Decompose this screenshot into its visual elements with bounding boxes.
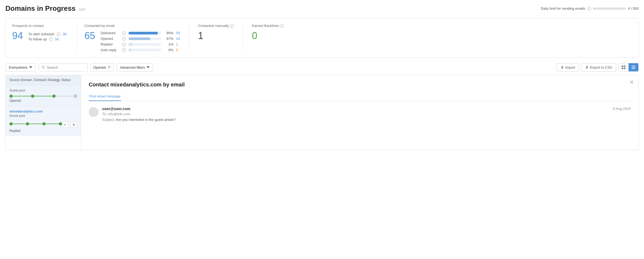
- to-start-outreach-info-icon[interactable]: i: [57, 32, 60, 36]
- dot-4: [59, 122, 62, 125]
- opened-filter-tag: Opened ✕: [90, 63, 114, 71]
- dot-3: [42, 122, 46, 125]
- prospects-total-block: 94: [12, 31, 23, 41]
- page-title-area: Domains in Progress 104: [5, 4, 85, 13]
- opened-bar-fill: [129, 37, 150, 40]
- list-view-icon: [631, 65, 636, 69]
- svg-point-0: [42, 66, 44, 68]
- autoreply-pct: 0%: [164, 48, 173, 52]
- email-preview: user@user.com 8 Aug 2019 To: info@info.c…: [89, 107, 631, 122]
- email-from: user@user.com: [102, 107, 131, 111]
- right-panel: ✕ Contact mixedanalytics.com by email Fi…: [81, 75, 638, 150]
- autoreply-info-icon[interactable]: i: [122, 48, 126, 52]
- opened-status-label: Opened: [9, 99, 77, 103]
- to-start-outreach-label: To start outreach: [28, 32, 54, 36]
- view-toggle: [618, 63, 639, 72]
- import-icon: ⬇: [561, 65, 564, 69]
- location-dropdown[interactable]: Everywhere: [5, 63, 36, 72]
- list-item[interactable]: Guest post Opened: [6, 85, 81, 106]
- advanced-filters-label: Advanced filters: [120, 65, 145, 69]
- search-icon: [42, 65, 45, 69]
- svg-rect-6: [632, 66, 635, 66]
- delivered-bar-track: [129, 32, 161, 34]
- to-follow-up-label: To follow up: [28, 37, 47, 41]
- stats-backlinks-label: Earned Backlinks i: [252, 24, 290, 28]
- svg-rect-5: [624, 68, 625, 69]
- opened-info-icon[interactable]: i: [122, 37, 126, 41]
- replied-pct: 1%: [164, 42, 173, 46]
- search-input[interactable]: [47, 65, 85, 69]
- svg-rect-3: [624, 65, 625, 67]
- email-header-row: user@user.com 8 Aug 2019: [102, 107, 631, 111]
- tab-first-email[interactable]: First email message: [89, 92, 121, 101]
- filter-tag-label: Opened: [93, 65, 106, 69]
- delivered-count[interactable]: 59: [176, 31, 180, 35]
- delivered-pct: 90%: [164, 31, 173, 35]
- advanced-filters-chevron-icon: [146, 66, 150, 69]
- earned-backlinks-total: 0: [252, 30, 257, 41]
- main-content: Source Domain, Outreach Strategy, Status…: [5, 75, 639, 150]
- list-item-x-button[interactable]: ✕: [71, 121, 77, 128]
- to-follow-up-info-icon[interactable]: i: [49, 37, 53, 41]
- svg-rect-4: [622, 68, 623, 69]
- email-date: 8 Aug 2019: [613, 107, 631, 111]
- email-subject-label: Subject:: [102, 118, 115, 122]
- email-rows: Delivered i 90% 59 Opened i: [101, 31, 181, 52]
- delivered-info-icon[interactable]: i: [122, 31, 126, 35]
- dot-1: [9, 122, 13, 125]
- stats-card: Prospects to contact 94 To start outreac…: [5, 18, 639, 58]
- progress-dots-opened: [9, 94, 77, 98]
- grid-view-button[interactable]: [619, 63, 628, 71]
- page-title-count: 104: [79, 7, 85, 12]
- toolbar: Everywhere Opened ✕ Advanced filters ⬇ I…: [5, 63, 639, 75]
- daily-limit-value: 4 / 500: [628, 6, 639, 10]
- stats-contacted-email: Contacted by email 65 Delivered i 90% 59: [77, 24, 189, 52]
- autoreply-count[interactable]: 0: [176, 48, 178, 52]
- daily-limit-progress-bar: [593, 8, 626, 10]
- email-row-autoreply: Auto reply i 0% 0: [101, 48, 181, 52]
- list-item-check-button[interactable]: ✓: [62, 121, 68, 128]
- stats-contacted-email-label: Contacted by email: [84, 24, 181, 28]
- import-button[interactable]: ⬇ Import: [557, 63, 579, 72]
- email-row-opened: Opened i 67% 44: [101, 37, 181, 41]
- opened-count[interactable]: 44: [176, 37, 180, 41]
- replied-bar-fill: [129, 43, 132, 46]
- svg-rect-8: [632, 68, 635, 69]
- email-to-address: info@info.com: [108, 112, 130, 116]
- email-body: user@user.com 8 Aug 2019 To: info@info.c…: [102, 107, 631, 122]
- replied-bar-track: [129, 43, 161, 46]
- export-button[interactable]: ⬆ Export to CSV: [581, 63, 616, 72]
- svg-line-1: [44, 68, 45, 69]
- list-item-domain: mixedanalytics.com: [9, 109, 77, 113]
- opened-label: Opened: [101, 37, 119, 41]
- progress-dots-replied: ✓ ✕: [9, 120, 77, 128]
- svg-rect-2: [622, 65, 623, 67]
- page-title: Domains in Progress: [5, 4, 76, 12]
- daily-limit-info-icon[interactable]: i: [587, 7, 591, 10]
- filter-tag-close-icon[interactable]: ✕: [107, 65, 111, 69]
- daily-limit-label: Daily limit for sending emails: [541, 6, 585, 10]
- contacted-email-total-block: 65: [84, 31, 95, 41]
- contacted-email-total: 65: [84, 30, 95, 41]
- to-follow-up-count[interactable]: 56: [55, 37, 59, 41]
- dot-line-3: [56, 96, 74, 96]
- list-item-status: Replied: [9, 129, 77, 133]
- close-button[interactable]: ✕: [629, 79, 634, 85]
- email-row-delivered: Delivered i 90% 59: [101, 31, 181, 35]
- chevron-down-icon: [29, 66, 32, 69]
- contacted-manually-info-icon[interactable]: i: [230, 24, 234, 28]
- dot-1: [9, 94, 13, 98]
- replied-count[interactable]: 1: [176, 42, 178, 46]
- advanced-filters-button[interactable]: Advanced filters: [117, 63, 153, 72]
- list-item[interactable]: mixedanalytics.com Guest post ✓ ✕ Replie…: [6, 106, 81, 136]
- dot-line-1: [13, 124, 26, 124]
- to-follow-up-row: To follow up i 56: [28, 37, 66, 41]
- grid-view-icon: [621, 65, 626, 69]
- replied-info-icon[interactable]: i: [122, 43, 126, 46]
- to-start-outreach-count[interactable]: 38: [63, 32, 66, 36]
- earned-backlinks-info-icon[interactable]: i: [280, 24, 284, 28]
- list-view-button[interactable]: [628, 63, 638, 71]
- tabs: First email message: [89, 92, 631, 101]
- import-label: Import: [565, 65, 575, 69]
- opened-pct: 67%: [164, 37, 173, 41]
